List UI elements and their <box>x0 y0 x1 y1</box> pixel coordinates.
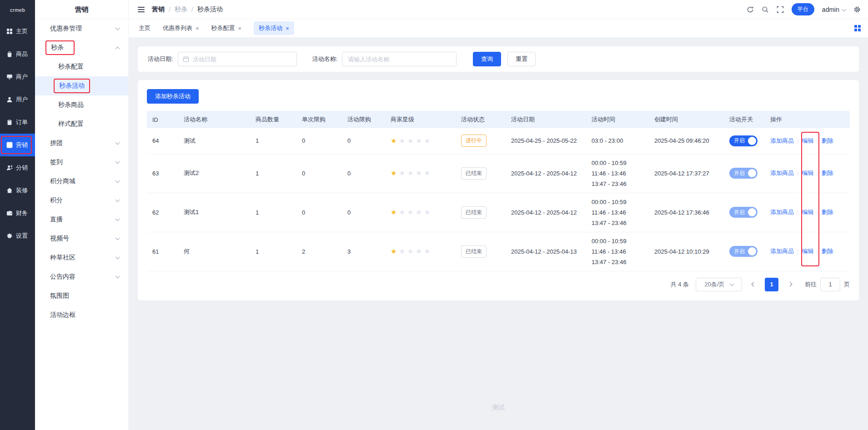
star-rating: ★★★★★ <box>391 247 432 255</box>
add-goods-link[interactable]: 添加商品 <box>770 248 794 255</box>
edit-link[interactable]: 编辑 <box>802 209 813 215</box>
rail-item-marketing[interactable]: 营销 <box>0 134 35 156</box>
store-icon <box>6 74 13 80</box>
cell-created-time: 2025-04-25 09:46:20 <box>651 128 726 154</box>
tab-coupon-list[interactable]: 优惠券列表× <box>163 24 199 32</box>
submenu-item-label: 拼团 <box>50 139 63 147</box>
refresh-icon[interactable] <box>747 6 754 13</box>
tab-label: 主页 <box>139 24 151 32</box>
tabbar: 主页优惠券列表×秒杀配置×秒杀活动× <box>129 19 868 37</box>
next-page-button[interactable] <box>785 278 794 291</box>
search-button[interactable]: 查询 <box>473 52 501 66</box>
action-divider: | <box>797 248 798 255</box>
delete-link[interactable]: 删除 <box>822 248 833 255</box>
delete-link[interactable]: 删除 <box>822 209 833 215</box>
submenu-item-sign-in[interactable]: 签到 <box>35 153 128 172</box>
edit-link[interactable]: 编辑 <box>802 248 813 255</box>
delete-link[interactable]: 删除 <box>822 170 833 176</box>
cell-activity-switch: 开启 <box>726 128 767 154</box>
date-input[interactable] <box>189 56 296 63</box>
submenu-item-points-mall[interactable]: 积分商城 <box>35 172 128 191</box>
cell-id: 61 <box>147 232 180 271</box>
tab-seckill-activity[interactable]: 秒杀活动× <box>254 21 294 35</box>
logo: crmeb <box>0 0 35 20</box>
submenu-item-live[interactable]: 直播 <box>35 210 128 229</box>
submenu-item-video-account[interactable]: 视频号 <box>35 229 128 248</box>
chevron-left-icon <box>751 282 756 287</box>
chevron-down-icon <box>115 216 120 221</box>
submenu-item-seckill[interactable]: 秒杀 <box>35 38 128 57</box>
clipboard-icon <box>6 119 13 125</box>
cell-activity-limit: 0 <box>344 154 387 193</box>
submenu-item-grass-community[interactable]: 种草社区 <box>35 248 128 267</box>
rail-item-user[interactable]: 用户 <box>0 88 35 111</box>
reset-button[interactable]: 重置 <box>507 52 536 66</box>
edit-link[interactable]: 编辑 <box>802 170 813 176</box>
tab-home[interactable]: 主页 <box>139 24 151 32</box>
submenu-item-coupon-manage[interactable]: 优惠券管理 <box>35 19 128 38</box>
submenu-item-atmosphere[interactable]: 氛围图 <box>35 286 128 305</box>
activity-switch[interactable]: 开启 <box>729 135 758 146</box>
rail-item-goods[interactable]: 商品 <box>0 43 35 65</box>
add-goods-link[interactable]: 添加商品 <box>770 209 794 215</box>
time-range: 03:0 - 23:00 <box>592 135 647 146</box>
prev-page-button[interactable] <box>749 278 758 291</box>
page-number[interactable]: 1 <box>765 278 778 291</box>
activity-switch[interactable]: 开启 <box>729 207 758 218</box>
close-icon[interactable]: × <box>286 25 289 32</box>
rail-item-distribution[interactable]: 分销 <box>0 156 35 179</box>
rail-item-label: 用户 <box>16 95 28 104</box>
close-icon[interactable]: × <box>196 25 199 32</box>
edit-link[interactable]: 编辑 <box>802 137 813 144</box>
tab-seckill-config[interactable]: 秒杀配置× <box>211 24 242 32</box>
page-size-select[interactable]: 20条/页 <box>696 278 742 291</box>
submenu-item-seckill-goods[interactable]: 秒杀商品 <box>35 95 128 115</box>
main-area: 营销/秒杀/秒杀活动 平台 admin <box>129 0 868 430</box>
breadcrumb-item[interactable]: 秒杀活动 <box>197 5 223 14</box>
star-icon: ★ <box>424 247 432 255</box>
activity-switch[interactable]: 开启 <box>729 246 758 257</box>
cell-single-limit: 2 <box>298 232 344 271</box>
rail-item-label: 设置 <box>16 232 28 240</box>
name-input-wrap <box>342 52 457 66</box>
add-goods-link[interactable]: 添加商品 <box>770 170 794 176</box>
rail-item-merchant[interactable]: 商户 <box>0 65 35 88</box>
fullscreen-icon[interactable] <box>777 6 784 13</box>
submenu-item-style-config[interactable]: 样式配置 <box>35 115 128 134</box>
submenu-item-seckill-activity[interactable]: 秒杀活动 <box>35 76 128 95</box>
breadcrumb-item[interactable]: 秒杀 <box>175 5 187 14</box>
tab-label: 优惠券列表 <box>163 24 192 32</box>
submenu-item-points[interactable]: 积分 <box>35 191 128 210</box>
cell-goods-count: 1 <box>252 193 298 232</box>
submenu-item-group-buy[interactable]: 拼团 <box>35 134 128 153</box>
gear-icon[interactable] <box>853 6 861 13</box>
collapse-menu-icon[interactable] <box>138 7 145 12</box>
user-menu[interactable]: admin <box>822 6 846 13</box>
close-icon[interactable]: × <box>238 25 242 32</box>
activity-switch[interactable]: 开启 <box>729 168 758 179</box>
breadcrumb-item[interactable]: 营销 <box>152 5 165 14</box>
tab-grid-icon[interactable] <box>854 25 861 31</box>
delete-link[interactable]: 删除 <box>822 137 833 144</box>
activity-name-input[interactable] <box>342 56 456 63</box>
submenu-item-label: 秒杀 <box>45 40 75 55</box>
submenu-item-announcement[interactable]: 公告内容 <box>35 267 128 286</box>
submenu-item-seckill-config[interactable]: 秒杀配置 <box>35 57 128 76</box>
submenu-item-activity-border[interactable]: 活动边框 <box>35 305 128 325</box>
cell-activity-date: 2025-04-12 - 2025-04-13 <box>507 232 588 271</box>
rail-item-home[interactable]: 主页 <box>0 20 35 43</box>
column-header: 活动名称 <box>180 111 252 128</box>
goto-page-input[interactable] <box>820 278 840 291</box>
rail-item-settings[interactable]: 设置 <box>0 225 35 247</box>
cell-actions: 添加商品|编辑|删除 <box>767 193 850 232</box>
cell-activity-name: 测试1 <box>180 193 252 232</box>
platform-badge[interactable]: 平台 <box>792 3 814 15</box>
add-goods-link[interactable]: 添加商品 <box>770 137 794 144</box>
rail-item-order[interactable]: 订单 <box>0 111 35 134</box>
add-activity-button[interactable]: 添加秒杀活动 <box>147 89 199 104</box>
rail-item-label: 分销 <box>16 164 28 172</box>
rail-item-decoration[interactable]: 装修 <box>0 179 35 202</box>
rail-item-finance[interactable]: 财务 <box>0 202 35 225</box>
search-icon[interactable] <box>762 6 769 13</box>
star-icon: ★ <box>416 208 424 216</box>
